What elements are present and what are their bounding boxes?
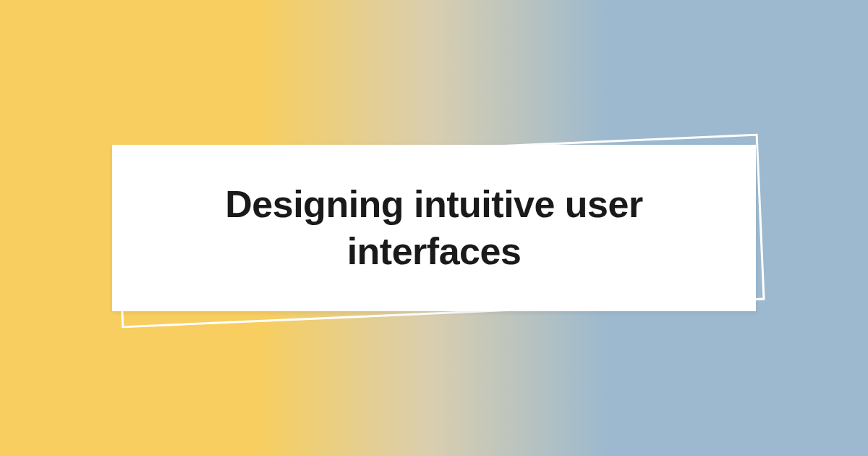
page-title: Designing intuitive user interfaces bbox=[156, 181, 712, 275]
gradient-background: Designing intuitive user interfaces bbox=[0, 0, 868, 456]
title-box: Designing intuitive user interfaces bbox=[112, 145, 756, 311]
title-card-wrapper: Designing intuitive user interfaces bbox=[112, 145, 756, 311]
